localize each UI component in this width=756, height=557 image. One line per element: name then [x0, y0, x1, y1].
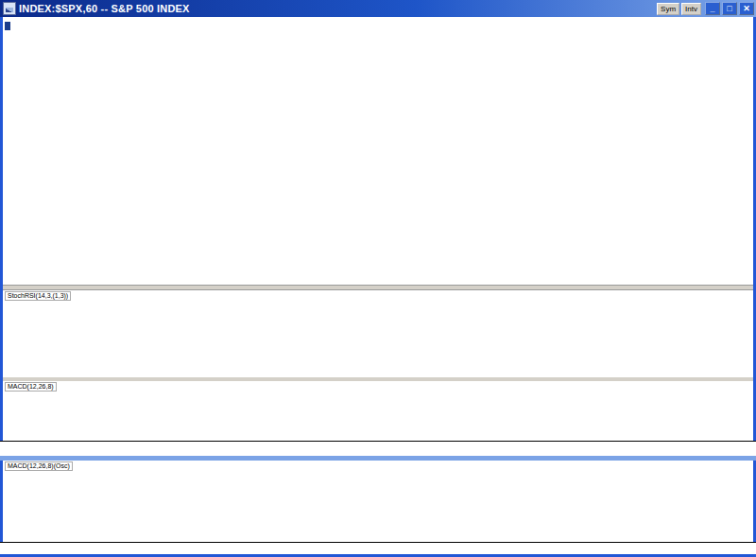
- quote-strip-icon: [5, 22, 10, 30]
- date-axis-upper: [0, 441, 756, 456]
- app-icon: [3, 2, 16, 15]
- intv-button[interactable]: Intv: [681, 3, 701, 15]
- stochrsi-label: StochRSI(14,3,(1,3)): [5, 291, 71, 301]
- titlebar[interactable]: INDEX:$SPX,60 -- S&P 500 INDEX Sym Intv …: [0, 0, 756, 17]
- maximize-button[interactable]: □: [722, 2, 737, 15]
- macd-osc-label: MACD(12,26,8)(Osc): [5, 461, 73, 471]
- date-axis-lower: [0, 542, 756, 554]
- stochrsi-panel[interactable]: [3, 290, 753, 377]
- macd-label: MACD(12,26,8): [5, 382, 57, 392]
- price-chart-panel[interactable]: [3, 17, 753, 285]
- close-button[interactable]: ✕: [739, 2, 754, 15]
- macd-osc-panel[interactable]: [3, 461, 753, 542]
- macd-panel[interactable]: [3, 381, 753, 441]
- window-title: INDEX:$SPX,60 -- S&P 500 INDEX: [19, 3, 657, 14]
- app-window: INDEX:$SPX,60 -- S&P 500 INDEX Sym Intv …: [0, 0, 756, 557]
- minimize-button[interactable]: _: [705, 2, 720, 15]
- sym-button[interactable]: Sym: [657, 3, 679, 15]
- quote-strip: [5, 22, 11, 30]
